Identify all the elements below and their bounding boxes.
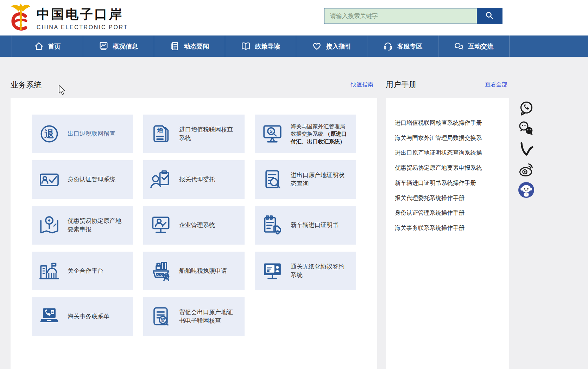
business-card-label: 报关代理委托 [179, 175, 238, 184]
social-sidebar [516, 100, 536, 198]
map-pin-icon [38, 214, 60, 236]
clipboard-truck-icon [261, 214, 283, 236]
laptop-phone-icon [38, 306, 60, 328]
svg-text:贸: 贸 [161, 318, 165, 323]
business-card-customs-enterprise-coop[interactable]: 关企合作平台 [32, 252, 133, 290]
business-card-label: 优惠贸易协定原产地要素申报 [68, 217, 127, 234]
nav-divider [509, 35, 588, 57]
view-all-link[interactable]: 查看全部 [485, 81, 507, 89]
overview-chart-icon [99, 41, 108, 51]
manual-link[interactable]: 报关代理委托系统操作手册 [395, 190, 504, 206]
business-card-import-vat-check[interactable]: 增进口增值税联网核查系统 [143, 115, 245, 153]
nav-item-label: 接入指引 [326, 42, 352, 51]
nav-item-label: 动态要闻 [184, 42, 209, 51]
nav-item-policy[interactable]: 政策导读 [225, 35, 296, 57]
monitor-person-icon [150, 214, 172, 236]
nav-item-service[interactable]: 客服专区 [367, 35, 438, 57]
nav-item-label: 首页 [48, 42, 61, 51]
business-card-label: 海关与国家外汇管理局数据交换系统 （原进口付汇、出口收汇系统） [291, 123, 350, 145]
search-button[interactable] [477, 8, 502, 24]
manual-link[interactable]: 海关事务联系系统操作手册 [395, 220, 504, 235]
business-card-new-vehicle-import[interactable]: 新车辆进口证明书 [255, 206, 356, 245]
site-logo[interactable]: 中国电子口岸 CHINA ELECTRONIC PORT [10, 2, 128, 33]
svg-text:退: 退 [44, 129, 54, 140]
main-nav: 首页概况信息动态要闻政策导读接入指引客服专区互动交流 [0, 35, 588, 57]
logo-subtitle: CHINA ELECTRONIC PORT [37, 24, 128, 31]
business-card-label: 企业管理系统 [179, 221, 238, 229]
business-card-ccpit-origin-check[interactable]: 贸贸促会出口原产地证书电子联网核查 [143, 297, 245, 336]
business-card-paperless-agreement[interactable]: 通关无纸化协议签约系统 [255, 252, 356, 290]
monitor-search-icon: S [261, 123, 283, 145]
refund-circle-icon: 退 [38, 123, 60, 145]
business-card-label: 进口增值税联网核查系统 [179, 125, 238, 142]
business-card-preferential-origin[interactable]: 优惠贸易协定原产地要素申报 [32, 206, 133, 245]
user-manual-list: 进口增值税联网核查系统操作手册海关与国家外汇管理局数据交换系进出口原产地证明状态… [386, 98, 509, 235]
document-seal-icon: 贸 [150, 306, 172, 328]
service-mascot-icon[interactable] [518, 182, 535, 198]
business-card-export-tax-refund[interactable]: 退出口退税联网稽查 [32, 115, 133, 153]
nav-item-label: 政策导读 [255, 42, 280, 51]
manual-link[interactable]: 进口增值税联网核查系统操作手册 [395, 115, 504, 130]
monitor-certificate-icon [261, 260, 283, 282]
business-card-label: 通关无纸化协议签约系统 [291, 263, 350, 279]
nav-item-label: 互动交流 [468, 42, 494, 51]
business-card-label: 关企合作平台 [68, 267, 127, 275]
chat-bubbles-icon [454, 41, 464, 51]
id-card-check-icon [38, 169, 60, 190]
weibo-icon[interactable] [518, 161, 535, 178]
open-book-icon [241, 41, 251, 51]
business-cards-grid: 退出口退税联网稽查增进口增值税联网核查系统S海关与国家外汇管理局数据交换系统 （… [32, 115, 356, 336]
vine-icon[interactable] [518, 141, 535, 157]
home-icon [34, 41, 44, 51]
header: 中国电子口岸 CHINA ELECTRONIC PORT [0, 0, 588, 35]
user-manual-panel: 进口增值税联网核查系统操作手册海关与国家外汇管理局数据交换系进出口原产地证明状态… [386, 98, 509, 369]
business-card-label: 进出口原产地证明状态查询 [291, 171, 350, 188]
business-card-label: 身份认证管理系统 [68, 175, 127, 184]
manual-link[interactable]: 进出口原产地证明状态查询系统操 [395, 145, 504, 160]
search-bar [324, 8, 502, 24]
nav-item-access[interactable]: 接入指引 [296, 35, 367, 57]
svg-text:增: 增 [157, 127, 163, 134]
nav-item-home[interactable]: 首页 [12, 35, 83, 57]
caduceus-logo-icon [10, 2, 32, 33]
logo-text: 中国电子口岸 CHINA ELECTRONIC PORT [37, 5, 128, 31]
nav-item-label: 概况信息 [113, 42, 138, 51]
business-systems-title: 业务系统 [11, 80, 42, 90]
business-card-customs-forex-exchange[interactable]: S海关与国家外汇管理局数据交换系统 （原进口付汇、出口收汇系统） [255, 115, 356, 153]
search-input[interactable] [324, 8, 477, 24]
ship-icon [150, 260, 172, 282]
nav-item-label: 客服专区 [397, 42, 423, 51]
news-document-icon [170, 41, 179, 51]
manual-link[interactable]: 身份认证管理系统操作手册 [395, 205, 504, 220]
document-search-icon [261, 169, 283, 190]
business-card-origin-cert-status[interactable]: 进出口原产地证明状态查询 [255, 160, 356, 199]
quick-guide-link[interactable]: 快速指南 [351, 81, 373, 89]
business-card-ship-tonnage-license[interactable]: 船舶吨税执照申请 [143, 252, 245, 290]
user-manual-title: 用户手册 [386, 79, 417, 90]
whatsapp-icon[interactable] [518, 100, 535, 117]
business-card-customs-agent-entrust[interactable]: 报关代理委托 [143, 160, 245, 199]
business-card-customs-affairs-contact[interactable]: 海关事务联系单 [32, 297, 133, 336]
svg-text:S: S [270, 129, 273, 134]
business-card-label: 新车辆进口证明书 [291, 221, 350, 229]
nav-item-overview[interactable]: 概况信息 [83, 35, 154, 57]
heart-icon [312, 41, 322, 51]
nav-item-interact[interactable]: 互动交流 [438, 35, 509, 57]
business-card-label: 船舶吨税执照申请 [179, 267, 238, 275]
manual-link[interactable]: 新车辆进口证明书系统操作手册 [395, 175, 504, 190]
business-card-identity-auth[interactable]: 身份认证管理系统 [32, 160, 133, 199]
business-card-label: 出口退税联网稽查 [68, 130, 127, 138]
buildings-icon [38, 260, 60, 282]
nav-item-news[interactable]: 动态要闻 [154, 35, 225, 57]
business-card-enterprise-mgmt[interactable]: 企业管理系统 [143, 206, 245, 245]
business-systems-panel: 退出口退税联网稽查增进口增值税联网核查系统S海关与国家外汇管理局数据交换系统 （… [11, 98, 377, 369]
manual-link[interactable]: 优惠贸易协定原产地要素申报系统 [395, 160, 504, 175]
headset-icon [383, 41, 393, 51]
vat-document-icon: 增 [150, 123, 172, 145]
wechat-icon[interactable] [518, 121, 535, 137]
china-electronic-port-homepage: 中国电子口岸 CHINA ELECTRONIC PORT 首页概况信息动态要闻政… [0, 0, 588, 369]
business-card-label: 海关事务联系单 [68, 312, 127, 321]
manual-link[interactable]: 海关与国家外汇管理局数据交换系 [395, 130, 504, 145]
magnifier-icon [485, 11, 494, 21]
business-card-label: 贸促会出口原产地证书电子联网核查 [179, 308, 238, 325]
